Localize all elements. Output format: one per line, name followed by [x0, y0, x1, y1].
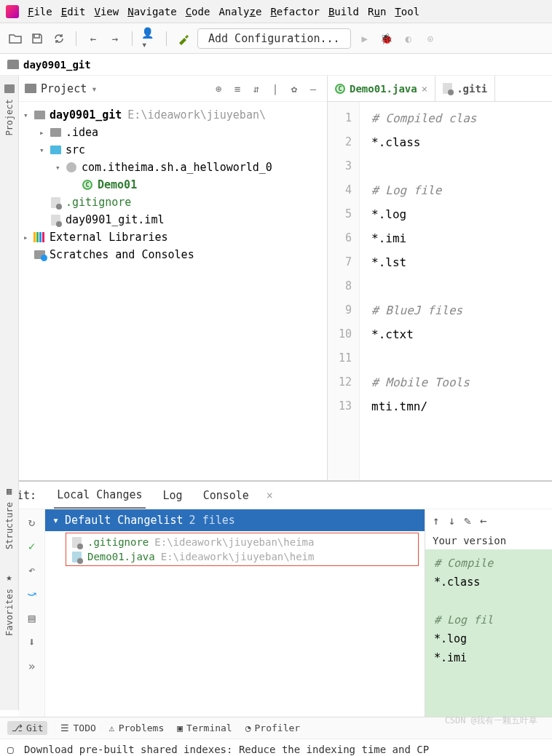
- bottom-terminal[interactable]: ▣Terminal: [177, 723, 232, 733]
- project-panel: Project ▾ ⊕ ≡ ⇵ | ✿ — ▾ day0901_git E:\i…: [19, 76, 328, 480]
- menu-analyze[interactable]: Analyze: [218, 6, 261, 17]
- breadcrumb-project[interactable]: day0901_git: [23, 59, 91, 71]
- warning-icon: ⚠: [109, 723, 115, 733]
- tree-demo-file[interactable]: C Demo01: [19, 176, 327, 194]
- prev-diff-icon[interactable]: ↑: [433, 514, 440, 528]
- collapse-icon[interactable]: ⇵: [248, 81, 264, 97]
- commit-icon[interactable]: ✓: [28, 539, 36, 553]
- favorites-rail-label[interactable]: Favorites: [4, 589, 15, 636]
- bottom-problems[interactable]: ⚠Problems: [109, 723, 164, 733]
- menubar: File Edit View Navigate Code Analyze Ref…: [0, 0, 552, 23]
- toolbar: ← → 👤▾ Add Configuration... ▶ 🐞 ◐ ⊙: [0, 23, 552, 54]
- project-panel-header: Project ▾ ⊕ ≡ ⇵ | ✿ —: [19, 76, 327, 102]
- file-icon: [443, 83, 452, 94]
- tree-idea[interactable]: ▸ .idea: [19, 124, 327, 141]
- run-icon[interactable]: ▶: [357, 31, 373, 47]
- tree-package[interactable]: ▾ com.itheima.sh.a_helloworld_0: [19, 159, 327, 176]
- list-icon: ☰: [60, 723, 69, 733]
- changelist-name: Default Changelist: [65, 514, 184, 527]
- profiler-icon: ◔: [245, 723, 251, 733]
- project-rail-label[interactable]: Project: [4, 99, 15, 136]
- close-icon[interactable]: ×: [422, 83, 427, 95]
- tab-gitignore[interactable]: .giti: [435, 76, 495, 101]
- build-icon[interactable]: [176, 31, 192, 47]
- tree-external-libs[interactable]: ▸ External Libraries: [19, 228, 327, 246]
- bottom-git[interactable]: ⎇Git: [7, 721, 47, 735]
- menu-view[interactable]: View: [94, 6, 119, 17]
- changelist-icon[interactable]: ▤: [28, 611, 36, 625]
- tree-gitignore[interactable]: .gitignore: [19, 194, 327, 211]
- watermark: CSDN @我有一颗五叶草: [445, 715, 537, 727]
- status-bar: ▢ Download pre-built shared indexes: Red…: [0, 739, 552, 756]
- git-changes-list: ▾ Default Changelist 2 files .gitignore …: [45, 509, 425, 717]
- tab-demo01[interactable]: C Demo01.java ×: [328, 76, 435, 101]
- run-config-button[interactable]: Add Configuration...: [197, 28, 351, 49]
- chevron-down-icon[interactable]: ▾: [91, 83, 97, 95]
- changed-file-row[interactable]: .gitignore E:\ideawork\jiuyeban\heima: [66, 535, 418, 549]
- back-icon[interactable]: ←: [85, 31, 101, 47]
- terminal-icon: ▣: [177, 723, 183, 733]
- menu-file[interactable]: File: [28, 6, 52, 17]
- tree-iml[interactable]: day0901_git.iml: [19, 211, 327, 228]
- tab-console[interactable]: Console: [200, 483, 252, 508]
- locate-icon[interactable]: ⊕: [210, 81, 226, 97]
- separator: [166, 31, 167, 46]
- structure-rail-label[interactable]: Structure: [4, 509, 15, 549]
- project-panel-title[interactable]: Project: [41, 82, 87, 95]
- line-gutter: 12345678910111213: [328, 102, 360, 480]
- back-icon[interactable]: ←: [480, 514, 487, 528]
- diff-panel: ↑ ↓ ✎ ← Your version # Compile*.class # …: [425, 509, 552, 717]
- debug-icon[interactable]: 🐞: [379, 31, 395, 47]
- next-diff-icon[interactable]: ↓: [449, 514, 456, 528]
- settings-icon[interactable]: ✿: [286, 81, 302, 97]
- branch-icon: ⎇: [12, 723, 23, 733]
- user-dropdown-icon[interactable]: 👤▾: [141, 31, 157, 47]
- profile-icon[interactable]: ⊙: [422, 31, 438, 47]
- editor-body[interactable]: 12345678910111213 # Compiled clas*.class…: [328, 102, 552, 480]
- menu-refactor[interactable]: Refactor: [270, 6, 319, 17]
- diff-version-label: Your version: [425, 532, 552, 549]
- menu-build[interactable]: Build: [328, 6, 359, 17]
- code-content[interactable]: # Compiled clas*.class # Log file*.log*.…: [360, 102, 552, 480]
- app-logo-icon: [6, 5, 19, 18]
- tree-src[interactable]: ▾ src: [19, 141, 327, 159]
- project-tree: ▾ day0901_git E:\ideawork\jiuyeban\ ▸ .i…: [19, 102, 327, 268]
- save-icon[interactable]: [29, 31, 45, 47]
- changed-files-box: .gitignore E:\ideawork\jiuyeban\heima De…: [66, 533, 419, 566]
- editor-tabs: C Demo01.java × .giti: [328, 76, 552, 102]
- menu-run[interactable]: Run: [368, 6, 386, 17]
- hide-icon[interactable]: —: [305, 81, 321, 97]
- tab-local-changes[interactable]: Local Changes: [54, 482, 145, 509]
- changed-file-row[interactable]: Demo01.java E:\ideawork\jiuyeban\heim: [66, 549, 418, 564]
- tab-log[interactable]: Log: [160, 483, 186, 508]
- rollback-icon[interactable]: ↶: [28, 563, 36, 577]
- project-rail-icon[interactable]: [4, 84, 15, 93]
- git-panel-tabs: Git: Local Changes Log Console ×: [0, 482, 552, 509]
- open-icon[interactable]: [7, 31, 23, 47]
- bottom-profiler[interactable]: ◔Profiler: [245, 723, 300, 733]
- more-icon[interactable]: »: [28, 659, 36, 673]
- tree-root[interactable]: ▾ day0901_git E:\ideawork\jiuyeban\: [19, 106, 327, 124]
- tree-scratches[interactable]: Scratches and Consoles: [19, 246, 327, 263]
- menu-navigate[interactable]: Navigate: [127, 6, 176, 17]
- changelist-header[interactable]: ▾ Default Changelist 2 files: [45, 509, 425, 531]
- menu-tools[interactable]: Tool: [395, 6, 419, 17]
- edit-icon[interactable]: ✎: [464, 514, 471, 528]
- bottom-todo[interactable]: ☰TODO: [60, 723, 95, 733]
- coverage-icon[interactable]: ◐: [401, 31, 417, 47]
- shelve-icon[interactable]: ⬇: [28, 635, 36, 649]
- expand-icon[interactable]: ≡: [229, 81, 245, 97]
- menu-code[interactable]: Code: [186, 6, 210, 17]
- git-side-tools: ↻ ✓ ↶ ⤻ ▤ ⬇ »: [19, 509, 45, 717]
- separator: [132, 31, 133, 46]
- project-view-icon: [25, 84, 36, 93]
- diff-icon[interactable]: ⤻: [27, 587, 36, 601]
- refresh-icon[interactable]: ↻: [28, 515, 36, 529]
- favorites-star-icon[interactable]: ★: [6, 571, 12, 583]
- menu-edit[interactable]: Edit: [61, 6, 86, 17]
- diff-code[interactable]: # Compile*.class # Log fil*.log*.imi: [425, 549, 552, 717]
- close-icon[interactable]: ×: [267, 489, 273, 502]
- refresh-icon[interactable]: [51, 31, 67, 47]
- separator: |: [267, 81, 283, 97]
- forward-icon[interactable]: →: [107, 31, 123, 47]
